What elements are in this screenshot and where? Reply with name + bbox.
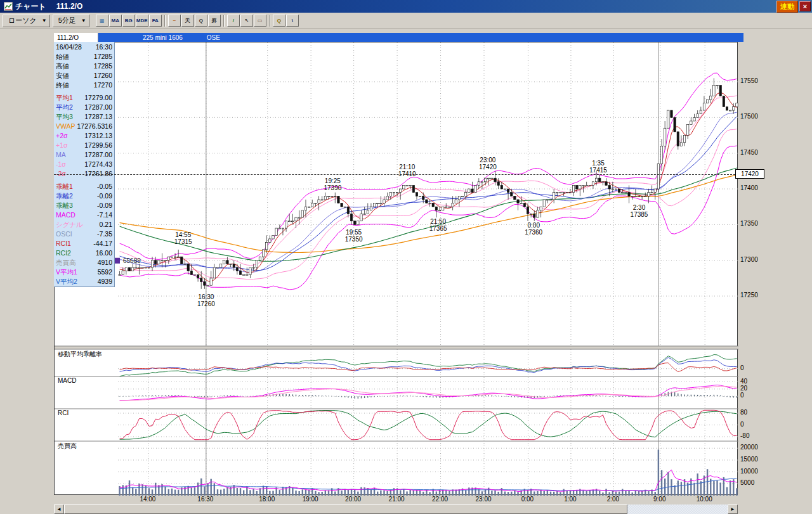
axis-label: 40 [740,378,747,385]
time-axis-label: 20:00 [341,496,366,503]
axis-label: -80 [740,432,749,439]
instrument-info-bar: 111.2/O 225 mini 1606 OSE [54,33,743,42]
scroll-right-button[interactable]: ► [728,504,738,514]
axis-label: 17350 [740,220,758,227]
fa-indicator-button[interactable]: FA [149,15,162,27]
quote-value: -7.14 [97,210,112,220]
chart-type-dropdown-label: ローソク [8,16,37,25]
time-axis-label: 0:00 [514,496,540,503]
quote-label: 高値 [56,61,69,71]
time-axis-label: 18:00 [254,496,280,503]
quote-label: RCI1 [56,239,71,248]
svg-text:21:10: 21:10 [399,164,415,170]
quote-label: V平均1 [56,267,77,277]
interval-dropdown[interactable]: 5分足 ▼ [53,15,89,27]
quote-value: 0.21 [100,220,112,229]
quote-row: MA17287.00 [54,150,114,160]
time-axis-label: 16:30 [193,496,218,503]
axis-label: 17450 [740,149,758,156]
quote-row: 16/04/2816:30 [54,42,114,52]
quote-value: -7.35 [97,229,112,239]
quote-label: OSCI [56,229,72,239]
chart-type-dropdown[interactable]: ローソク ▼ [3,15,50,27]
link-button[interactable]: 連動 [776,1,798,13]
time-axis-label: 1:00 [558,496,583,503]
axis-label: 80 [740,409,747,416]
time-axis-label: 2:00 [600,496,625,503]
quote-row: OSCI-7.35 [54,229,114,239]
svg-text:17315: 17315 [174,238,192,245]
quote-value: -0.09 [97,201,112,210]
svg-text:1:35: 1:35 [592,160,605,167]
chevron-down-icon: ▼ [42,18,47,23]
scrollbar-thumb[interactable] [64,504,627,514]
line-chart-button[interactable]: ~ [168,15,181,27]
pointer-button[interactable]: ↖ [240,15,253,27]
titlebar: チャート 111.2/O 連動 × [0,0,812,13]
price-axis: 1755017500174501740017350173001725004020… [739,42,811,495]
search-button[interactable]: Q [195,15,207,27]
quote-label: 売買高 [56,258,76,267]
quote-value: 17279.00 [84,93,112,103]
app-icon [4,2,13,11]
ma-indicator-button[interactable]: MA [109,15,122,27]
quote-row: V平均24939 [54,277,114,286]
quote-value: 17287.13 [84,112,112,122]
quote-label: +2σ [56,131,67,141]
toolbar-separator [269,15,270,27]
quote-label: V平均2 [56,277,77,286]
quote-value: -0.09 [97,191,112,201]
grid-settings-button[interactable]: 罫 [208,15,221,27]
quote-label: 終値 [56,80,69,90]
svg-text:17365: 17365 [429,225,447,232]
axis-label: 20 [740,385,747,392]
chart-canvas[interactable]: 14:551731516:301726019:251739019:5517350… [55,42,738,496]
quote-label: 平均1 [56,93,73,103]
svg-text:0:00: 0:00 [528,222,540,229]
quote-value: 16.00 [96,248,112,258]
window-title: チャート [15,1,46,12]
svg-text:17260: 17260 [197,300,215,307]
svg-text:17415: 17415 [589,167,607,174]
quote-label: 安値 [56,71,69,80]
quote-row: +2σ17312.13 [54,131,114,141]
toolbar-separator [223,15,225,27]
quote-value: 17276.5316 [77,122,112,131]
time-axis-label: 14:00 [135,496,160,503]
quote-row: 始値17285 [54,52,114,61]
current-price-tag: 17420 [735,169,764,179]
svg-text:21:50: 21:50 [430,218,446,225]
eraser-button[interactable]: ▭ [254,15,266,27]
quote-value: 16:30 [96,42,112,52]
scroll-left-button[interactable]: ◄ [54,504,64,514]
bg-indicator-button[interactable]: BG [122,15,135,27]
axis-label: 20000 [740,444,758,451]
quote-value: 17274.43 [84,160,112,169]
zoom-in-button[interactable]: Q [273,15,285,27]
time-axis-label: 23:00 [471,496,496,503]
draw-line-button[interactable]: / [227,15,240,27]
close-button[interactable]: × [799,1,811,11]
quote-row: 乖離3-0.09 [54,201,114,210]
quote-label: -1σ [56,160,66,169]
quote-label: +1σ [56,141,67,150]
horizontal-scrollbar[interactable]: ◄ ► [54,504,738,514]
tab-symbol[interactable]: 111.2/O [54,33,98,42]
quote-value: 4939 [98,277,112,286]
scrollbar-track[interactable] [64,504,728,514]
quote-label: 16/04/28 [56,42,82,52]
pane-label: 移動平均乖離率 [56,350,103,359]
chart-area[interactable]: 14:551731516:301726019:251739019:5517350… [54,42,738,495]
quote-row: 高値17285 [54,61,114,71]
trendline-button[interactable]: \ [286,15,299,27]
svg-text:14:55: 14:55 [175,231,191,238]
axis-label: 5000 [740,479,754,486]
axis-label: 17250 [740,292,758,299]
chart-pane-button[interactable]: ▦ [96,15,108,27]
quote-row: MACD-7.14 [54,210,114,220]
scale-button[interactable]: 天 [181,15,194,27]
axis-label: 17550 [740,77,758,84]
mde-indicator-button[interactable]: MDE [136,15,148,27]
quote-label: 平均3 [56,112,73,122]
quote-value: 17260 [94,71,112,80]
